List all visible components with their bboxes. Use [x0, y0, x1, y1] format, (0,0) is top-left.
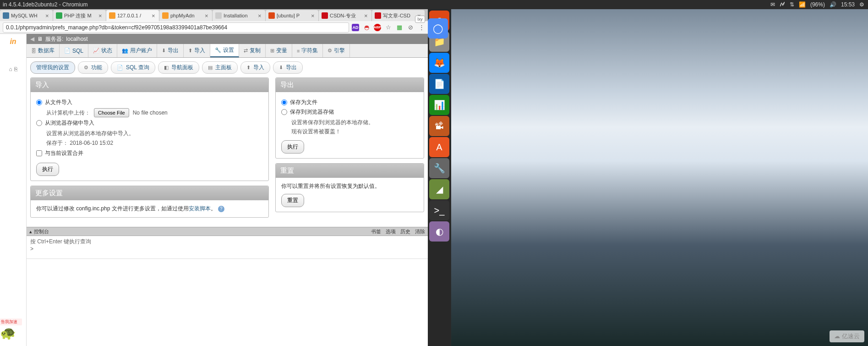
export-desc-2: 现有设置将被覆盖！: [291, 127, 418, 136]
bookmark-star-icon[interactable]: ☆: [385, 24, 392, 31]
import-icon: ⬆: [246, 65, 251, 71]
chromium-icon[interactable]: ◯: [428, 18, 448, 38]
close-icon[interactable]: ×: [258, 12, 263, 19]
ublock-icon[interactable]: ◓: [363, 24, 370, 31]
console-history[interactable]: 历史: [400, 228, 410, 235]
subbtn-features[interactable]: ⚙功能: [78, 61, 108, 74]
wifi-icon[interactable]: 📶: [799, 1, 806, 8]
terminal-icon[interactable]: >_: [429, 200, 449, 220]
tab-status[interactable]: 📈状态: [88, 44, 117, 57]
tab-ubuntu[interactable]: [ubuntu] P×: [266, 10, 318, 21]
export-execute-button[interactable]: 执行: [281, 140, 304, 154]
tab-mysql[interactable]: MySQL WH×: [0, 10, 53, 21]
tab-import[interactable]: ⬆导入: [184, 44, 210, 57]
abp-icon[interactable]: ABP: [374, 24, 381, 31]
choose-file-button[interactable]: Choose File: [94, 108, 129, 117]
server-label: 服务器:: [45, 35, 63, 43]
ubuntu-top-panel: in 4.5.4.1deb2ubuntu2 - Chromium ✉ 🗲 ⇅ 📶…: [0, 0, 868, 9]
subbtn-nav[interactable]: ◧导航面板: [158, 61, 199, 74]
subbtn-manage[interactable]: 管理我的设置: [30, 61, 75, 74]
tab-replication[interactable]: ⇄复制: [239, 44, 266, 57]
subbtn-main[interactable]: ▤主面板: [202, 61, 238, 74]
calc-icon[interactable]: 📊: [429, 95, 449, 115]
gear-icon: ⚙: [84, 65, 88, 71]
battery-icon[interactable]: 🗲: [780, 1, 785, 8]
subbtn-sql[interactable]: 📄SQL 查询: [111, 61, 155, 74]
install-script-link[interactable]: 安装脚本: [189, 205, 211, 212]
system-indicators: ✉ 🗲 ⇅ 📶 (96%) 🔊 15:53 ⚙: [770, 1, 868, 8]
console-body[interactable]: 按 Ctrl+Enter 键执行查询 >: [27, 236, 428, 259]
reset-desc: 你可以重置并将所有设置恢复为默认值。: [281, 182, 418, 190]
tab-export[interactable]: ⬇导出: [157, 44, 184, 57]
console-bookmarks[interactable]: 书签: [371, 228, 381, 235]
import-panel: 导入 从文件导入 从计算机中上传： Choose File No file ch…: [30, 77, 269, 181]
url-input[interactable]: [3, 22, 349, 33]
home-icon[interactable]: ⌂: [9, 66, 12, 72]
panel-title: 导出: [276, 78, 424, 92]
close-icon[interactable]: ×: [364, 12, 370, 19]
user-badge[interactable]: lxy: [415, 16, 425, 23]
radio-to-storage[interactable]: 保存到浏览器存储: [281, 108, 418, 116]
replication-icon: ⇄: [244, 48, 248, 54]
tab-users[interactable]: 👥用户账户: [117, 44, 157, 57]
gear-icon[interactable]: ⚙: [859, 1, 864, 8]
tab-php[interactable]: PHP 连接 M×: [53, 10, 106, 21]
subbtn-import[interactable]: ⬆导入: [240, 61, 270, 74]
tab-sql[interactable]: 📄SQL: [60, 44, 88, 57]
blocked-icon[interactable]: ⊘: [407, 24, 414, 31]
tab-phpmyadmin[interactable]: phpMyAdn×: [159, 10, 212, 21]
nav-icon: ◧: [164, 65, 169, 71]
tab-csdn-1[interactable]: CSDN-专业×: [319, 10, 371, 21]
extension-icon[interactable]: ▦: [396, 24, 403, 31]
console-clear[interactable]: 清除: [415, 228, 425, 235]
tab-127[interactable]: 127.0.0.1 /×: [106, 10, 159, 21]
writer-icon[interactable]: 📄: [429, 74, 449, 94]
chevron-left-icon[interactable]: ◀: [30, 36, 34, 42]
console-options[interactable]: 选项: [386, 228, 396, 235]
radio-as-file[interactable]: 保存为文件: [281, 99, 418, 106]
help-icon[interactable]: ?: [218, 206, 224, 212]
tab-database[interactable]: 🗄数据库: [27, 44, 60, 57]
messages-icon[interactable]: ✉: [770, 1, 775, 8]
console-bar: ▴ 控制台 书签 选项 历史 清除: [27, 227, 428, 236]
import-execute-button[interactable]: 执行: [36, 163, 59, 176]
close-icon[interactable]: ×: [45, 12, 51, 19]
more-desc-post: 。: [211, 205, 216, 212]
firefox-icon[interactable]: 🦊: [429, 53, 449, 73]
server-name[interactable]: localhost: [66, 36, 87, 42]
charset-icon: ≡: [297, 48, 300, 54]
reset-button[interactable]: 重置: [281, 194, 304, 207]
impress-icon[interactable]: 📽: [429, 116, 449, 136]
software-center-icon[interactable]: A: [429, 137, 449, 157]
tab-settings[interactable]: 🔧设置: [210, 44, 239, 57]
close-icon[interactable]: ×: [311, 12, 317, 19]
radio-from-file[interactable]: 从文件导入: [36, 99, 263, 106]
radio-from-storage[interactable]: 从浏览器存储中导入: [36, 119, 263, 127]
close-icon[interactable]: ×: [152, 12, 157, 19]
tab-variables[interactable]: ⊞变量: [266, 44, 292, 57]
close-icon[interactable]: ×: [205, 12, 210, 19]
checkbox-merge[interactable]: 与当前设置合并: [36, 149, 263, 157]
link-icon[interactable]: ⎘: [14, 66, 17, 72]
subbtn-export[interactable]: ⬇导出: [273, 61, 303, 74]
network-icon[interactable]: ⇅: [790, 1, 794, 8]
chevron-up-icon[interactable]: ▴: [29, 229, 32, 235]
settings-panels: 导入 从文件导入 从计算机中上传： Choose File No file ch…: [27, 77, 428, 218]
eclipse-icon[interactable]: ◐: [429, 221, 449, 242]
menu-icon[interactable]: ⋮: [418, 24, 425, 31]
export-panel: 导出 保存为文件 保存到浏览器存储 设置将保存到浏览器的本地存储。 现有设置将被…: [275, 77, 424, 159]
tab-engine[interactable]: ⚙引擎: [323, 44, 350, 57]
tab-installation[interactable]: Installation×: [213, 10, 265, 21]
close-icon[interactable]: ×: [98, 12, 104, 19]
adblock-badge-icon[interactable]: AD: [352, 24, 359, 31]
android-studio-icon[interactable]: ◢: [429, 179, 449, 199]
console-label: 控制台: [34, 228, 49, 235]
console-hint: 按 Ctrl+Enter 键执行查询: [30, 238, 424, 246]
panel-icon: ▤: [208, 65, 213, 71]
accelerator-sticker[interactable]: 告我加速 🐢: [0, 319, 22, 346]
clock[interactable]: 15:53: [841, 1, 855, 8]
volume-icon[interactable]: 🔊: [830, 1, 836, 8]
settings-icon[interactable]: 🔧: [429, 158, 449, 178]
tab-charset[interactable]: ≡字符集: [292, 44, 323, 57]
address-bar-row: AD ◓ ABP ☆ ▦ ⊘ ⋮: [0, 21, 428, 34]
